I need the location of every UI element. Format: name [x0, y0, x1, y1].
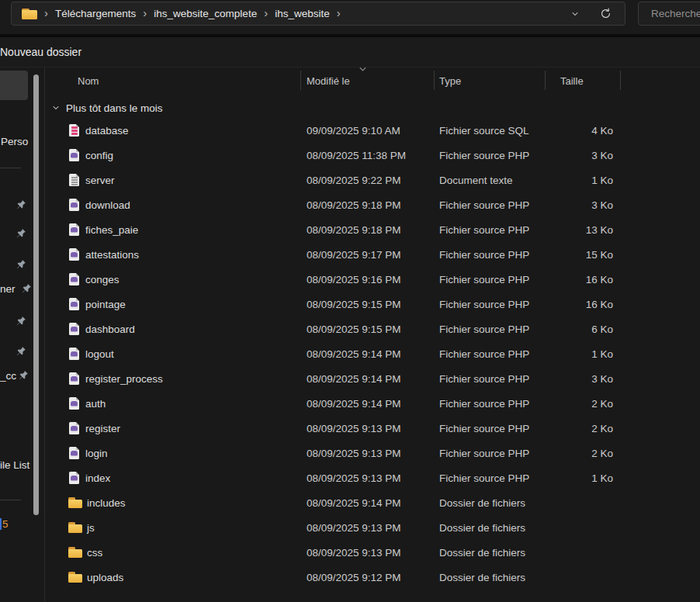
file-modified-date: 08/09/2025 9:15 PM [307, 323, 439, 335]
column-divider[interactable] [434, 71, 435, 90]
file-explorer-window: › Téléchargements › ihs_website_complete… [0, 0, 700, 602]
file-row[interactable]: config 08/09/2025 11:38 PM Fichier sourc… [45, 143, 700, 168]
file-size: 6 Ko [553, 323, 613, 335]
file-type: Dossier de fichiers [439, 522, 553, 534]
file-name: register [85, 423, 120, 434]
search-input[interactable]: Rechercher d [638, 2, 700, 26]
file-size: 16 Ko [553, 299, 613, 310]
file-row[interactable]: css 08/09/2025 9:13 PM Dossier de fichie… [45, 540, 700, 565]
file-type: Fichier source PHP [439, 224, 553, 236]
file-modified-date: 08/09/2025 9:13 PM [307, 547, 439, 559]
file-modified-date: 08/09/2025 9:12 PM [307, 572, 439, 583]
chevron-right-icon: › [337, 7, 341, 19]
file-row[interactable]: js 08/09/2025 9:13 PM Dossier de fichier… [45, 515, 700, 540]
group-header[interactable]: Plus tôt dans le mois [45, 97, 163, 119]
column-header-modified[interactable]: Modifié le [307, 75, 439, 87]
sidebar-item-perso[interactable]: Perso [1, 136, 28, 147]
file-size: 16 Ko [553, 274, 613, 285]
file-row[interactable]: conges 08/09/2025 9:16 PM Fichier source… [45, 267, 700, 292]
file-modified-date: 08/09/2025 9:14 PM [307, 398, 439, 410]
file-type: Fichier source PHP [439, 249, 553, 261]
php-file-icon [68, 397, 81, 410]
file-modified-date: 08/09/2025 9:13 PM [307, 522, 439, 534]
pin-icon [16, 228, 26, 239]
column-header-name[interactable]: Nom [45, 75, 307, 87]
file-row[interactable]: pointage 08/09/2025 9:15 PM Fichier sour… [45, 292, 700, 317]
refresh-button[interactable] [594, 3, 617, 24]
new-folder-button[interactable]: Nouveau dossier [0, 46, 81, 58]
file-size: 15 Ko [553, 249, 613, 261]
column-header-type[interactable]: Type [439, 75, 553, 87]
file-size: 2 Ko [553, 398, 613, 410]
column-divider[interactable] [300, 71, 301, 90]
file-name: auth [85, 398, 106, 410]
file-name: config [85, 150, 113, 161]
folder-icon [22, 8, 37, 20]
search-placeholder: Rechercher d [651, 8, 700, 19]
pin-icon [16, 316, 26, 327]
file-modified-date: 08/09/2025 9:14 PM [307, 373, 439, 385]
file-modified-date: 08/09/2025 9:13 PM [307, 472, 439, 484]
file-row[interactable]: register 08/09/2025 9:13 PM Fichier sour… [45, 416, 700, 441]
file-row[interactable]: auth 08/09/2025 9:14 PM Fichier source P… [45, 391, 700, 416]
chevron-right-icon: › [264, 7, 268, 19]
column-header-size[interactable]: Taille [553, 75, 613, 87]
file-modified-date: 08/09/2025 9:17 PM [307, 249, 439, 261]
column-divider[interactable] [620, 71, 621, 90]
file-size: 3 Ko [553, 199, 613, 211]
file-type: Fichier source PHP [439, 150, 553, 161]
breadcrumb-item-telechargements[interactable]: Téléchargements [55, 8, 136, 19]
file-row[interactable]: uploads 08/09/2025 9:12 PM Dossier de fi… [45, 565, 700, 590]
file-name: uploads [87, 572, 123, 583]
divider [0, 500, 21, 500]
chevron-down-icon [51, 103, 61, 112]
sidebar-scrollbar[interactable] [33, 74, 39, 515]
file-name: database [85, 125, 129, 137]
php-file-icon [68, 248, 81, 261]
file-row[interactable]: includes 08/09/2025 9:14 PM Dossier de f… [45, 490, 700, 515]
breadcrumb-item-ihs-website-complete[interactable]: ihs_website_complete [154, 8, 257, 19]
file-type: Fichier source PHP [439, 398, 553, 410]
file-row[interactable]: server 08/09/2025 9:22 PM Document texte… [45, 168, 700, 192]
column-divider[interactable] [545, 71, 546, 90]
php-file-icon [68, 298, 81, 310]
file-row[interactable]: index 08/09/2025 9:13 PM Fichier source … [45, 465, 700, 490]
file-type: Fichier source PHP [439, 199, 553, 211]
file-name: attestations [85, 249, 139, 261]
address-dropdown-button[interactable] [563, 3, 587, 24]
file-row[interactable]: logout 08/09/2025 9:14 PM Fichier source… [45, 341, 700, 366]
file-name: register_process [85, 373, 163, 385]
file-row[interactable]: fiches_paie 08/09/2025 9:18 PM Fichier s… [45, 217, 700, 242]
file-modified-date: 08/09/2025 9:18 PM [307, 199, 439, 211]
sidebar-item-ner[interactable]: ner [0, 283, 16, 295]
file-type: Dossier de fichiers [439, 572, 553, 583]
file-name: download [85, 199, 130, 211]
file-name: fiches_paie [85, 224, 138, 236]
file-size: 1 Ko [553, 175, 613, 186]
file-name: dashboard [85, 323, 135, 335]
file-type: Fichier source PHP [439, 423, 553, 434]
file-type: Fichier source SQL [439, 125, 553, 137]
sidebar-item-cc[interactable]: _cc [0, 370, 16, 382]
file-size: 3 Ko [553, 373, 613, 385]
file-name: css [87, 547, 102, 559]
file-row[interactable]: download 08/09/2025 9:18 PM Fichier sour… [45, 192, 700, 217]
file-row[interactable]: attestations 08/09/2025 9:17 PM Fichier … [45, 242, 700, 267]
file-modified-date: 08/09/2025 9:15 PM [307, 299, 439, 310]
file-row[interactable]: register_process 08/09/2025 9:14 PM Fich… [45, 366, 700, 391]
file-row[interactable]: dashboard 08/09/2025 9:15 PM Fichier sou… [45, 317, 700, 341]
file-size: 2 Ko [553, 448, 613, 459]
file-name: login [85, 448, 108, 459]
file-size: 1 Ko [553, 348, 613, 360]
sidebar-item-file-list[interactable]: ile List [0, 459, 29, 471]
file-size: 2 Ko [553, 423, 613, 434]
file-row[interactable]: database 09/09/2025 9:10 AM Fichier sour… [45, 118, 700, 143]
breadcrumb-item-ihs-website[interactable]: ihs_website [275, 8, 330, 19]
file-row[interactable]: login 08/09/2025 9:13 PM Fichier source … [45, 441, 700, 465]
sidebar-selected-item[interactable] [0, 71, 28, 100]
address-bar[interactable]: › Téléchargements › ihs_website_complete… [11, 2, 625, 26]
folder-icon [68, 571, 82, 583]
file-name: conges [85, 274, 120, 285]
file-type: Document texte [439, 175, 553, 186]
file-type: Dossier de fichiers [439, 497, 553, 509]
